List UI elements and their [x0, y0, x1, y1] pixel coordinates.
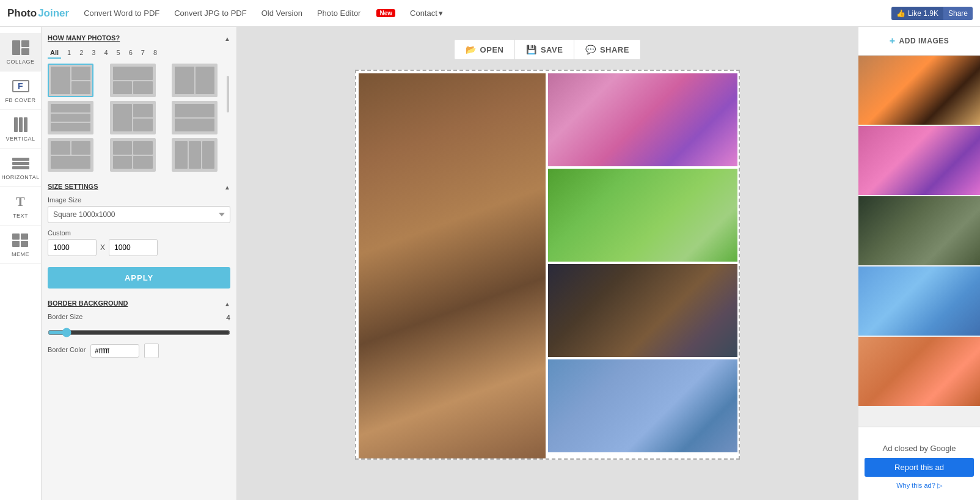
tab-4[interactable]: 4 [101, 48, 110, 59]
layout-thumb-9[interactable] [172, 138, 218, 172]
canvas-toolbar: 📂 OPEN 💾 SAVE 💬 SHARE [454, 39, 641, 60]
custom-size-inputs: X [48, 239, 230, 256]
report-ad-button[interactable]: Report this ad [865, 458, 974, 477]
open-button[interactable]: 📂 OPEN [455, 40, 515, 59]
fb-icon: 👍 [896, 9, 905, 18]
tab-all[interactable]: All [48, 48, 61, 59]
size-settings-header[interactable]: SIZE SETTINGS [48, 182, 230, 191]
why-ad-link[interactable]: Why this ad? ▷ [896, 482, 942, 490]
vertical-icon [10, 116, 32, 133]
collage-icon [10, 39, 32, 56]
nav-old-version[interactable]: Old Version [261, 9, 302, 18]
border-background-header[interactable]: BORDER BACKGROUND [48, 298, 230, 308]
x-separator: X [100, 243, 105, 252]
fb-share-button[interactable]: Share [943, 7, 973, 20]
nav-photo-editor[interactable]: Photo Editor [317, 9, 361, 18]
apply-button[interactable]: APPLY [48, 267, 230, 289]
sidebar-label-meme: MEME [12, 251, 29, 257]
nav-convert-jpg[interactable]: Convert JPG to PDF [174, 9, 246, 18]
photo-cell-5[interactable] [548, 359, 737, 452]
fb-like-button[interactable]: 👍 Like 1.9K [891, 7, 943, 20]
thumb-5[interactable] [858, 337, 980, 407]
image-thumbnails [858, 56, 980, 427]
image-size-row: Image Size Square 1000x1000 Landscape 12… [48, 196, 230, 223]
sidebar-item-horizontal[interactable]: HORIZONTAL [0, 149, 41, 187]
photo-cell-4[interactable] [548, 264, 737, 357]
sidebar-item-fb-cover[interactable]: f FB COVER [0, 72, 41, 110]
layout-thumb-7[interactable] [48, 138, 93, 172]
custom-size-row: Custom X [48, 229, 230, 256]
layout-thumbs-grid [48, 64, 230, 172]
sidebar-label-horizontal: HORIZONTAL [1, 174, 39, 180]
layout-thumb-8[interactable] [110, 138, 156, 172]
thumb-4[interactable] [858, 267, 980, 337]
border-color-input[interactable] [90, 344, 139, 358]
tab-7[interactable]: 7 [139, 48, 147, 59]
tab-3[interactable]: 3 [89, 48, 98, 59]
tab-6[interactable]: 6 [126, 48, 135, 59]
size-settings-section: SIZE SETTINGS Image Size Square 1000x100… [48, 182, 230, 289]
layout-scrollbar [227, 76, 229, 112]
photo-cell-2[interactable] [548, 73, 737, 166]
save-label: SAVE [541, 45, 563, 54]
topnav: Photo Joiner Convert Word to PDF Convert… [0, 0, 980, 27]
sidebar-item-meme[interactable]: MEME [0, 226, 41, 264]
layout-thumb-3[interactable] [172, 64, 218, 97]
sidebar-item-text[interactable]: T TEXT [0, 187, 41, 226]
image-size-select[interactable]: Square 1000x1000 Landscape 1200x628 Port… [48, 206, 230, 223]
brand-photo: Photo [7, 7, 37, 20]
share-icon: 💬 [585, 45, 596, 54]
brand-joiner: Joiner [38, 7, 69, 20]
add-images-label: ADD IMAGES [899, 37, 949, 45]
brand-logo[interactable]: Photo Joiner [7, 7, 69, 20]
photo-cell-1[interactable] [359, 73, 546, 458]
thumb-2[interactable] [858, 126, 980, 196]
tab-1[interactable]: 1 [65, 48, 73, 59]
thumb-3[interactable] [858, 196, 980, 267]
sidebar-item-collage[interactable]: COLLAGE [0, 33, 41, 72]
right-sidebar: + ADD IMAGES Ad closed by Google Report [858, 27, 980, 500]
photo-count-collapse-icon [224, 33, 230, 43]
layout-thumb-6[interactable] [172, 101, 218, 134]
photo-count-header[interactable]: HOW MANY PHOTOS? [48, 33, 230, 43]
custom-height-input[interactable] [109, 239, 158, 256]
custom-width-input[interactable] [48, 239, 97, 256]
layout-thumb-5[interactable] [110, 101, 156, 134]
border-background-collapse-icon [224, 298, 230, 308]
save-button[interactable]: 💾 SAVE [515, 40, 574, 59]
border-color-row: Border Color [48, 344, 230, 358]
thumb-1[interactable] [858, 56, 980, 126]
settings-panel: HOW MANY PHOTOS? All 1 2 3 4 5 6 7 8 [42, 27, 237, 500]
image-size-label: Image Size [48, 196, 230, 204]
photo-count-section: HOW MANY PHOTOS? All 1 2 3 4 5 6 7 8 [48, 33, 230, 172]
tab-8[interactable]: 8 [151, 48, 159, 59]
photo-count-title: HOW MANY PHOTOS? [48, 34, 120, 42]
layout-thumb-4[interactable] [48, 101, 93, 134]
border-size-slider[interactable] [48, 328, 230, 337]
add-images-button[interactable]: + ADD IMAGES [858, 27, 980, 56]
photo-cell-3[interactable] [548, 169, 737, 262]
custom-label: Custom [48, 229, 230, 237]
layout-thumb-1[interactable] [48, 64, 93, 97]
share-button[interactable]: 💬 SHARE [574, 40, 640, 59]
border-size-row: Border Size 4 [48, 313, 230, 323]
layout-thumb-2[interactable] [110, 64, 156, 97]
meme-icon [10, 232, 32, 249]
horizontal-icon [10, 155, 32, 172]
sidebar-item-vertical[interactable]: VERTICAL [0, 110, 41, 149]
tab-2[interactable]: 2 [77, 48, 86, 59]
save-icon: 💾 [526, 45, 537, 54]
size-settings-collapse-icon [224, 182, 230, 191]
tab-5[interactable]: 5 [114, 48, 123, 59]
sidebar-label-collage: COLLAGE [6, 59, 34, 65]
border-size-value: 4 [226, 314, 230, 322]
open-icon: 📂 [466, 45, 477, 54]
border-color-label: Border Color [48, 346, 86, 353]
border-color-preview[interactable] [144, 344, 159, 358]
sidebar-label-text: TEXT [13, 213, 28, 219]
ad-closed-text: Ad closed by Google [883, 444, 956, 453]
nav-convert-word[interactable]: Convert Word to PDF [84, 9, 159, 18]
nav-contact[interactable]: Contact ▾ [410, 9, 443, 18]
share-label: SHARE [600, 45, 629, 54]
collage-right-column [548, 73, 737, 456]
